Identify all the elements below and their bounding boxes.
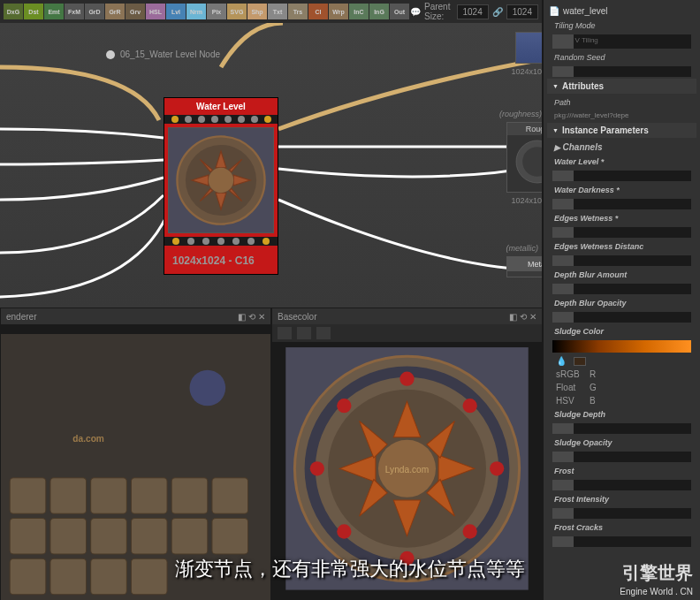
param-slider[interactable] [552,536,691,547]
atom-nrm[interactable]: Nrm [186,4,206,19]
svg-rect-17 [131,518,167,554]
port[interactable] [217,238,224,245]
atom-lvl[interactable]: Lvl [166,4,186,19]
atom-ing[interactable]: InG [369,4,389,19]
atom-dst[interactable]: Dst [24,4,43,19]
port[interactable] [172,238,179,245]
node-output-ports [164,237,278,246]
port[interactable] [238,116,245,123]
atom-shp[interactable]: Shp [247,4,267,19]
port[interactable] [224,116,232,123]
atom-inc[interactable]: InC [349,4,369,19]
tiling-mode-dropdown[interactable]: H and V Tiling [552,34,691,49]
parent-size-label: Parent Size: [424,2,453,21]
param-label: Depth Blur Amount [547,268,696,282]
thumb-title: Metal [507,257,543,271]
tool-button[interactable] [278,327,292,339]
param-slider[interactable] [552,199,691,209]
speech-icon[interactable]: 💬 [410,7,421,17]
param-slider[interactable] [552,452,691,462]
atom-fxm[interactable]: FxM [65,4,84,19]
atom-dxg[interactable]: DxG [4,4,23,19]
link-icon[interactable]: 🔗 [492,7,503,17]
param-slider[interactable] [552,508,691,519]
port[interactable] [264,116,271,123]
atom-wrp[interactable]: Wrp [329,4,348,19]
atom-grr[interactable]: GrR [105,4,125,19]
atom-cl[interactable]: Cl [308,4,328,19]
sludge-color-gradient[interactable] [552,340,691,353]
port[interactable] [202,238,209,245]
port[interactable] [211,116,218,123]
section-attributes[interactable]: Attributes [547,79,696,94]
port[interactable] [232,238,240,245]
video-subtitle: 渐变节点，还有非常强大的水位节点等等 [175,556,525,582]
atom-txt[interactable]: Txt [268,4,287,19]
eyedropper-icon[interactable]: 💧 [556,356,567,366]
viewer-controls[interactable]: ◧ ⟲ ✕ [509,312,536,322]
param-slider[interactable] [552,423,691,434]
port[interactable] [171,116,179,123]
param-slider[interactable] [552,255,691,266]
section-instance-params[interactable]: Instance Parameters [547,123,696,138]
water-level-node[interactable]: Water Level [164,97,278,275]
color-mode-float[interactable]: FloatG [547,381,696,394]
thumb-size: 1024x10 [511,196,542,205]
port[interactable] [247,238,255,245]
parent-width-dropdown[interactable]: 1024 [457,4,489,19]
thumb-size: 1024x10 [511,67,542,76]
param-slider[interactable] [552,480,691,490]
svg-rect-23 [131,558,167,595]
color-mode-hsv[interactable]: HSVB [547,394,696,407]
node-input-ports [164,115,278,124]
viewer-toolbar [272,324,542,342]
port[interactable] [251,116,258,123]
properties-panel[interactable]: 📄 water_level Tiling Mode H and V Tiling… [543,0,700,600]
channels-row[interactable]: ▶ Channels [547,140,696,155]
viewer-controls[interactable]: ◧ ⟲ ✕ [238,312,265,322]
param-slider[interactable] [552,227,691,238]
atom-pix[interactable]: Pix [207,4,226,19]
param-label: Edges Wetness Distanc [547,239,696,254]
parent-height-dropdown[interactable]: 1024 [506,4,538,19]
tool-button[interactable] [316,327,331,339]
atom-out[interactable]: Out [390,4,409,19]
viewer-header: Basecolor ◧ ⟲ ✕ [272,308,542,324]
file-icon: 📄 [549,6,559,16]
sludge-color-label: Sludge Color [547,324,696,338]
port[interactable] [198,116,205,123]
thumb-metallic-node[interactable]: Metal [506,256,543,277]
param-slider[interactable] [552,171,691,181]
svg-rect-15 [50,518,87,554]
port[interactable] [262,238,270,245]
atom-svg[interactable]: SVG [227,4,247,19]
port[interactable] [187,238,194,245]
viewer-header: enderer ◧ ⟲ ✕ [1,308,270,324]
thumb-node[interactable] [515,32,543,64]
param-slider[interactable] [552,312,691,323]
svg-text:Lynda.com: Lynda.com [385,465,429,475]
svg-rect-18 [171,518,208,554]
random-seed-input[interactable] [552,66,691,77]
graph-canvas[interactable]: 06_15_Water Level Node Water Level [0,23,542,308]
svg-point-35 [310,461,324,475]
thumb-roughness-node[interactable]: Rough [506,122,543,193]
viewer-title: enderer [6,312,36,322]
graph-comment-label: 06_15_Water Level Node [106,49,220,59]
atom-trs[interactable]: Trs [288,4,308,19]
tool-button[interactable] [297,327,311,339]
port[interactable] [185,116,192,123]
svg-rect-10 [91,478,127,514]
atom-hsl[interactable]: HSL [146,4,165,19]
node-graph-panel[interactable]: DxGDstEmtFxMGrDGrRGrvHSLLvlNrmPixSVGShpT… [0,0,543,308]
viewer-title: Basecolor [278,312,316,322]
param-label: Frost Intensity [547,492,696,506]
param-slider[interactable] [552,284,691,294]
color-swatch[interactable] [574,357,586,366]
atom-grd[interactable]: GrD [85,4,104,19]
svg-rect-14 [10,518,46,554]
atom-emt[interactable]: Emt [44,4,64,19]
color-mode-srgb[interactable]: sRGBR [547,368,696,381]
file-header: 📄 water_level [547,4,696,19]
atom-grv[interactable]: Grv [126,4,145,19]
